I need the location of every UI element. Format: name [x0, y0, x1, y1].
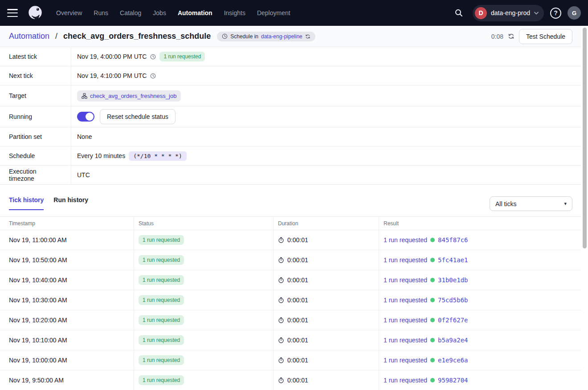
table-row: Nov 19, 10:50:00 AM 1 run requested 0:00… — [0, 250, 581, 270]
table-row: Nov 19, 10:30:00 AM 1 run requested 0:00… — [0, 290, 581, 310]
breadcrumb: Automation / check_avg_orders_freshness_… — [9, 32, 211, 41]
col-header-status: Status — [134, 217, 273, 230]
tick-timestamp: Nov 19, 10:10:00 AM — [0, 330, 134, 350]
refresh-icon[interactable] — [508, 33, 514, 40]
tick-result-link[interactable]: 1 run requested — [384, 337, 427, 344]
run-id-link[interactable]: 845f87c6 — [438, 236, 468, 244]
clock-icon — [222, 33, 228, 39]
chevron-down-icon: ▾ — [564, 201, 567, 207]
stopwatch-icon — [278, 297, 284, 303]
top-nav: Overview Runs Catalog Jobs Automation In… — [0, 0, 588, 26]
tick-result-link[interactable]: 1 run requested — [384, 357, 427, 364]
table-header-row: Timestamp Status Duration Result — [0, 217, 581, 230]
detail-label: Target — [0, 85, 71, 106]
target-job-chip[interactable]: check_avg_orders_freshness_job — [77, 90, 181, 102]
scrollbar-thumb[interactable] — [583, 28, 587, 248]
stopwatch-icon — [278, 317, 284, 323]
schedule-location-badge: Schedule in data-eng-pipeline — [217, 32, 315, 41]
table-row: Nov 19, 10:20:00 AM 1 run requested 0:00… — [0, 310, 581, 330]
tick-timestamp: Nov 19, 11:00:00 AM — [0, 230, 134, 250]
stopwatch-icon — [278, 337, 284, 343]
detail-label: Partition set — [0, 127, 71, 146]
tab-tick-history[interactable]: Tick history — [9, 196, 44, 211]
nav-item-overview[interactable]: Overview — [56, 9, 82, 16]
search-icon — [454, 8, 463, 17]
refresh-countdown: 0:08 — [491, 33, 503, 40]
tick-result-link[interactable]: 1 run requested — [384, 236, 427, 244]
tick-timestamp: Nov 19, 10:20:00 AM — [0, 310, 134, 330]
nav-item-jobs[interactable]: Jobs — [153, 9, 166, 16]
workspace-name: data-eng-prod — [491, 9, 530, 16]
stopwatch-icon — [278, 377, 284, 383]
primary-nav: Overview Runs Catalog Jobs Automation In… — [56, 9, 290, 16]
detail-row-timezone: Execution timezone UTC — [0, 166, 581, 185]
tick-filter-select[interactable]: All ticks ▾ — [490, 196, 572, 211]
search-button[interactable] — [451, 5, 466, 20]
tab-run-history[interactable]: Run history — [53, 196, 88, 211]
detail-row-latest-tick: Latest tick Nov 19, 4:00:00 PM UTC 1 run… — [0, 47, 581, 66]
nav-item-runs[interactable]: Runs — [94, 9, 108, 16]
nav-item-automation[interactable]: Automation — [178, 9, 212, 16]
detail-row-running: Running Reset schedule status — [0, 106, 581, 127]
schedule-details: Latest tick Nov 19, 4:00:00 PM UTC 1 run… — [0, 47, 581, 185]
workspace-switcher[interactable]: D data-eng-prod — [473, 5, 544, 21]
schedule-badge-prefix: Schedule in — [230, 33, 258, 40]
detail-label: Latest tick — [0, 47, 71, 66]
tick-result-link[interactable]: 1 run requested — [384, 276, 427, 284]
tick-result-link[interactable]: 1 run requested — [384, 297, 427, 304]
table-row: Nov 19, 9:50:00 AM 1 run requested 0:00:… — [0, 370, 581, 390]
help-icon[interactable]: ? — [550, 8, 561, 19]
breadcrumb-separator: / — [55, 32, 57, 41]
tick-status-badge: 1 run requested — [139, 275, 184, 285]
tick-status-badge: 1 run requested — [139, 235, 184, 245]
col-header-timestamp: Timestamp — [0, 217, 134, 230]
tick-duration: 0:00:01 — [287, 236, 308, 244]
table-row: Nov 19, 10:10:00 AM 1 run requested 0:00… — [0, 330, 581, 350]
reset-schedule-status-button[interactable]: Reset schedule status — [100, 109, 176, 124]
nav-item-insights[interactable]: Insights — [224, 9, 245, 16]
tick-history-table: Timestamp Status Duration Result Nov 19,… — [0, 216, 581, 390]
tick-duration: 0:00:01 — [287, 377, 308, 384]
page-header: Automation / check_avg_orders_freshness_… — [0, 26, 581, 47]
tick-duration: 0:00:01 — [287, 317, 308, 324]
latest-tick-status-badge: 1 run requested — [159, 52, 205, 61]
code-location-link[interactable]: data-eng-pipeline — [261, 33, 302, 40]
run-success-dot-icon — [430, 378, 435, 382]
reload-icon[interactable] — [305, 34, 310, 39]
test-schedule-button[interactable]: Test Schedule — [519, 29, 572, 44]
tick-timestamp: Nov 19, 10:50:00 AM — [0, 250, 134, 270]
user-avatar[interactable]: G — [568, 6, 581, 20]
nav-item-catalog[interactable]: Catalog — [120, 9, 141, 16]
stopwatch-icon — [278, 357, 284, 363]
run-success-dot-icon — [430, 358, 435, 362]
run-id-link[interactable]: 0f2f627e — [438, 317, 468, 324]
run-id-link[interactable]: b5a9a2e4 — [438, 337, 468, 344]
tick-timestamp: Nov 19, 10:40:00 AM — [0, 270, 134, 290]
nav-item-deployment[interactable]: Deployment — [257, 9, 290, 16]
tick-duration: 0:00:01 — [287, 256, 308, 264]
detail-row-target: Target check_avg_orders_freshness_job — [0, 85, 581, 106]
tick-status-badge: 1 run requested — [139, 315, 184, 325]
tick-result-link[interactable]: 1 run requested — [384, 256, 427, 264]
run-success-dot-icon — [430, 298, 435, 302]
run-id-link[interactable]: 5fc41ae1 — [438, 256, 468, 264]
table-row: Nov 19, 10:40:00 AM 1 run requested 0:00… — [0, 270, 581, 290]
menu-icon[interactable] — [7, 9, 18, 17]
history-tabs: Tick history Run history All ticks ▾ — [0, 185, 581, 216]
run-id-link[interactable]: 95982704 — [438, 377, 468, 384]
tick-result-link[interactable]: 1 run requested — [384, 377, 427, 384]
run-id-link[interactable]: e1e9ce6a — [438, 357, 468, 364]
tick-duration: 0:00:01 — [287, 337, 308, 344]
target-job-link[interactable]: check_avg_orders_freshness_job — [90, 93, 176, 99]
run-id-link[interactable]: 31b0e1db — [438, 276, 468, 284]
run-id-link[interactable]: 75cd5b6b — [438, 297, 468, 304]
tick-status-badge: 1 run requested — [139, 335, 184, 345]
running-toggle[interactable] — [77, 112, 94, 122]
detail-row-schedule: Schedule Every 10 minutes (*/10 * * * *) — [0, 146, 581, 166]
detail-label: Running — [0, 106, 71, 127]
tick-result-link[interactable]: 1 run requested — [384, 317, 427, 324]
run-success-dot-icon — [430, 278, 435, 282]
dagster-logo-icon[interactable] — [27, 4, 44, 21]
partition-set-value: None — [77, 133, 92, 140]
breadcrumb-automation-link[interactable]: Automation — [9, 32, 49, 41]
